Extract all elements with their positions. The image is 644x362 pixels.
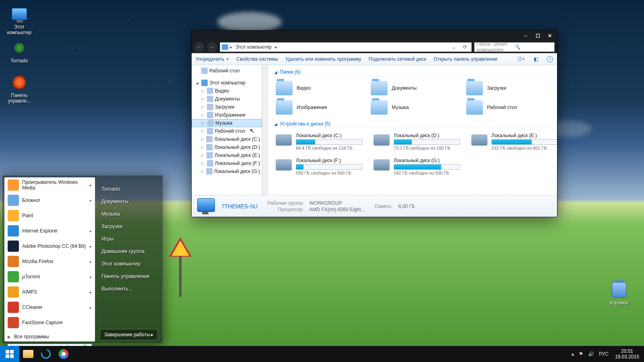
- refresh-icon[interactable]: ⟳: [460, 44, 470, 50]
- maximize-button[interactable]: ☐: [532, 32, 543, 39]
- drive-item[interactable]: Локальный диск (D:)73,1 ГБ свободно из 1…: [372, 131, 462, 152]
- tree-item[interactable]: ▷Загрузки: [192, 103, 262, 111]
- folder-item[interactable]: Музыка: [369, 99, 456, 116]
- start-place-link[interactable]: Загрузки: [100, 220, 158, 232]
- tree-item[interactable]: ▷Видео: [192, 87, 262, 95]
- start-place-link[interactable]: Игры: [100, 232, 158, 245]
- start-place-link[interactable]: Панель управления: [100, 270, 158, 282]
- language-indicator[interactable]: РУС: [599, 351, 609, 357]
- chevron-down-icon[interactable]: ⌄: [449, 44, 458, 50]
- drive-item[interactable]: Локальный диск (G:)142 ГБ свободно из 50…: [372, 156, 462, 177]
- road-sign-decoration: [169, 237, 192, 297]
- start-button[interactable]: [0, 346, 19, 362]
- desktop-icon-recycle-bin[interactable]: Корзина: [603, 282, 635, 306]
- group-header-drives[interactable]: ◢Устройства и диски (5): [274, 121, 551, 128]
- folder-item[interactable]: Рабочий стол: [464, 99, 551, 116]
- tree-item[interactable]: ▷Музыка: [192, 119, 262, 127]
- explorer-search-input[interactable]: Поиск: Этот компьютер 🔍: [474, 42, 555, 52]
- all-programs-button[interactable]: ▶ Все программы: [4, 332, 95, 341]
- start-run-link[interactable]: Выполнить...: [100, 282, 158, 295]
- volume-icon[interactable]: 🔊: [588, 351, 594, 357]
- program-label: Internet Explorer: [22, 228, 87, 234]
- drive-item[interactable]: Локальный диск (E:)232 ГБ свободно из 60…: [470, 131, 557, 152]
- start-program-item[interactable]: Internet Explorer▸: [4, 223, 95, 239]
- chrome-icon: [59, 349, 68, 359]
- show-hidden-icons-button[interactable]: ▴: [572, 351, 574, 357]
- help-icon[interactable]: ?: [547, 56, 553, 62]
- taskbar-item-ie[interactable]: [37, 346, 55, 362]
- tree-item[interactable]: ▷Локальный диск (C:): [192, 135, 262, 143]
- nav-bar: ← → ▸ Этот компьютер ▸ ⌄ ⟳ Поиск: Этот к…: [192, 41, 557, 53]
- start-place-link[interactable]: Домашняя группа: [100, 245, 158, 257]
- explorer-nav-tree[interactable]: Рабочий стол ◢Этот компьютер ▷Видео▷Доку…: [192, 65, 262, 195]
- back-button[interactable]: ←: [194, 42, 204, 52]
- start-program-item[interactable]: FastStone Capture: [4, 315, 95, 330]
- window-titlebar[interactable]: ─ ☐ ✕: [192, 31, 557, 41]
- desktop-icon-tornado[interactable]: Tornado: [3, 39, 35, 64]
- svg-rect-3: [10, 354, 14, 358]
- user-icon: [14, 43, 24, 53]
- folder-item[interactable]: Документы: [369, 79, 456, 97]
- start-program-item[interactable]: Блокнот▸: [4, 193, 95, 208]
- start-place-link[interactable]: Музыка: [100, 208, 158, 220]
- clock-time: 20:51: [615, 348, 639, 354]
- tree-item[interactable]: ▷Документы: [192, 95, 262, 103]
- chevron-right-icon: ▷: [201, 169, 204, 173]
- chevron-right-icon[interactable]: ▸: [151, 332, 153, 337]
- start-program-item[interactable]: Adobe Photoshop CC (64 Bit)▸: [4, 239, 95, 254]
- tree-item[interactable]: ▷Локальный диск (D:): [192, 143, 262, 151]
- minimize-button[interactable]: ─: [520, 32, 531, 39]
- tree-item[interactable]: ▷Локальный диск (G:): [192, 167, 262, 175]
- taskbar-item-chrome[interactable]: [55, 346, 72, 362]
- map-network-drive-button[interactable]: Подключить сетевой диск: [369, 56, 426, 62]
- start-program-item[interactable]: Mozilla Firefox▸: [4, 254, 95, 269]
- tree-item-desktop[interactable]: Рабочий стол: [192, 67, 262, 75]
- group-header-folders[interactable]: ◢Папки (6): [274, 69, 551, 76]
- drive-item[interactable]: Локальный диск (C:)84,4 ГБ свободно из 1…: [274, 131, 364, 152]
- system-properties-button[interactable]: Свойства системы: [236, 56, 278, 62]
- preview-pane-icon[interactable]: ◧: [532, 56, 539, 63]
- folder-label: Рабочий стол: [487, 105, 517, 110]
- tree-item[interactable]: ▷Рабочий стол: [192, 127, 262, 135]
- drive-usage-bar: [394, 164, 460, 170]
- tree-item[interactable]: ▷Изображения: [192, 111, 262, 119]
- tree-item-this-pc[interactable]: ◢Этот компьютер: [192, 79, 262, 87]
- view-options-icon[interactable]: ☷▼: [518, 56, 525, 63]
- drive-icon: [276, 134, 292, 146]
- shutdown-button[interactable]: Завершение работы ▸: [100, 329, 158, 340]
- folder-item[interactable]: Видео: [274, 79, 361, 97]
- drive-item[interactable]: Локальный диск (F:)590 ГБ свободно из 66…: [274, 156, 364, 177]
- desktop-icon-this-pc[interactable]: Этот компьютер: [3, 6, 35, 35]
- start-program-item[interactable]: CCleaner▸: [4, 300, 95, 315]
- address-bar[interactable]: ▸ Этот компьютер ▸ ⌄ ⟳: [220, 42, 472, 52]
- start-program-item[interactable]: Проигрыватель Windows Media▸: [4, 177, 95, 193]
- app-icon: [8, 256, 19, 267]
- drive-label: Локальный диск (E:): [491, 133, 557, 138]
- start-program-item[interactable]: Paint: [4, 208, 95, 223]
- forward-button[interactable]: →: [207, 42, 217, 52]
- action-center-icon[interactable]: ⚑: [579, 351, 583, 357]
- uninstall-program-button[interactable]: Удалить или изменить программу: [285, 56, 361, 62]
- start-place-link[interactable]: Tornado: [100, 183, 158, 195]
- start-program-item[interactable]: µTorrent▸: [4, 269, 95, 284]
- desktop-icon-control-panel[interactable]: Панель управле...: [3, 74, 35, 104]
- tree-item[interactable]: ▷Локальный диск (F:): [192, 159, 262, 167]
- open-control-panel-button[interactable]: Открыть панель управления: [433, 56, 497, 62]
- explorer-content-pane[interactable]: ◢Папки (6) ВидеоДокументыЗагрузкиИзображ…: [268, 65, 557, 195]
- explorer-window: ─ ☐ ✕ ← → ▸ Этот компьютер ▸ ⌄ ⟳ Поиск: …: [191, 30, 557, 217]
- folder-item[interactable]: Изображения: [274, 99, 361, 116]
- taskbar-item-explorer[interactable]: [19, 346, 37, 362]
- close-button[interactable]: ✕: [544, 32, 555, 39]
- tree-scrollbar[interactable]: [262, 65, 268, 195]
- folder-item[interactable]: Загрузки: [464, 79, 551, 97]
- start-place-link[interactable]: Документы: [100, 195, 158, 208]
- start-program-item[interactable]: AIMP3▸: [4, 284, 95, 300]
- tree-item[interactable]: ▷Локальный диск (E:): [192, 151, 262, 159]
- taskbar: ▴ ⚑ 🔊 РУС 20:51 19.03.2015: [0, 346, 644, 362]
- taskbar-clock[interactable]: 20:51 19.03.2015: [613, 348, 641, 360]
- organize-menu[interactable]: Упорядочить▼: [196, 56, 229, 62]
- system-tray: ▴ ⚑ 🔊 РУС 20:51 19.03.2015: [572, 348, 644, 360]
- breadcrumb-item[interactable]: Этот компьютер: [234, 44, 273, 50]
- folder-icon: [207, 96, 213, 102]
- start-place-link[interactable]: Этот компьютер: [100, 257, 158, 270]
